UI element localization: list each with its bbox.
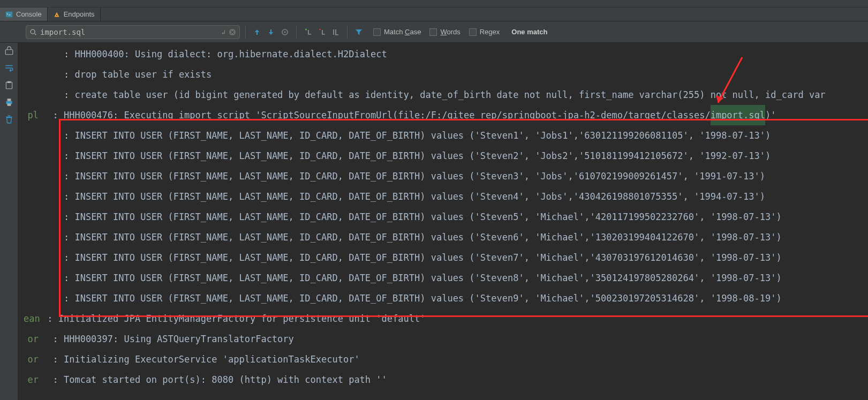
log-line: : HHH000400: Using dialect: org.hibernat… [24, 44, 868, 64]
separator [347, 26, 348, 39]
add-selection-button[interactable] [302, 26, 314, 38]
log-line: : INSERT INTO USER (FIRST_NAME, LAST_NAM… [24, 227, 868, 247]
separator [245, 26, 246, 39]
svg-rect-0 [6, 11, 12, 17]
tab-endpoints-label: Endpoints [64, 10, 95, 18]
log-line: : INSERT INTO USER (FIRST_NAME, LAST_NAM… [24, 247, 868, 268]
window-titlebar [0, 0, 868, 7]
log-line: : INSERT INTO USER (FIRST_NAME, LAST_NAM… [24, 146, 868, 166]
search-input[interactable] [40, 28, 218, 36]
log-line: : INSERT INTO USER (FIRST_NAME, LAST_NAM… [24, 186, 868, 207]
select-all-occurrences-button[interactable] [330, 26, 342, 38]
log-line: : INSERT INTO USER (FIRST_NAME, LAST_NAM… [24, 125, 868, 146]
log-line: ean : Initialized JPA EntityManagerFacto… [24, 308, 868, 329]
soft-wrap-icon[interactable] [4, 63, 14, 73]
endpoints-icon [53, 11, 61, 18]
svg-rect-11 [7, 81, 11, 83]
console-output[interactable]: : HHH000400: Using dialect: org.hibernat… [18, 43, 868, 400]
tab-endpoints[interactable]: Endpoints [48, 7, 101, 21]
log-line: : drop table user if exists [24, 64, 868, 85]
tab-console[interactable]: Console [0, 7, 48, 21]
checkbox-icon [373, 28, 381, 36]
log-line: : create table user (id bigint generated… [24, 85, 868, 105]
prev-match-button[interactable] [251, 26, 263, 38]
regex-label: Regex [480, 28, 500, 36]
tool-window-tabs: Console Endpoints [0, 7, 868, 21]
arrow-up-icon [253, 28, 261, 36]
checkbox-icon [469, 28, 477, 36]
plus-caret-icon [304, 28, 312, 36]
next-match-button[interactable] [265, 26, 277, 38]
svg-line-3 [35, 33, 36, 35]
minus-caret-icon [318, 28, 326, 36]
scroll-lock-icon[interactable] [4, 46, 14, 56]
filter-button[interactable] [353, 26, 365, 38]
separator [296, 26, 297, 39]
tab-console-label: Console [16, 10, 42, 18]
search-highlight: import.sql [711, 105, 765, 125]
match-case-checkbox[interactable]: Match Case [373, 28, 421, 36]
log-line: or : Initializing ExecutorService 'appli… [24, 349, 868, 369]
svg-point-1 [56, 14, 57, 16]
trash-icon[interactable] [4, 115, 14, 124]
svg-rect-9 [5, 50, 13, 55]
search-field-wrap[interactable]: ↲ [26, 25, 240, 39]
checkbox-icon [429, 28, 437, 36]
left-action-gutter [0, 43, 18, 400]
svg-point-8 [284, 31, 286, 33]
find-toolbar: ↲ Match Case Words Regex One match [0, 21, 868, 43]
log-line: : INSERT INTO USER (FIRST_NAME, LAST_NAM… [24, 166, 868, 186]
svg-rect-5 [256, 32, 258, 35]
remove-selection-button[interactable] [316, 26, 328, 38]
svg-rect-6 [270, 29, 271, 33]
svg-point-2 [31, 29, 35, 34]
terminal-icon [5, 11, 13, 18]
arrow-down-icon [267, 28, 275, 36]
log-line: or : HHH000397: Using ASTQueryTranslator… [24, 329, 868, 349]
match-count-label: One match [511, 28, 547, 36]
log-line: er : Tomcat started on port(s): 8080 (ht… [24, 369, 868, 390]
words-checkbox[interactable]: Words [429, 28, 460, 36]
clear-search-icon[interactable] [229, 28, 236, 36]
svg-rect-14 [7, 103, 11, 106]
select-all-button[interactable] [279, 26, 291, 38]
clipboard-icon[interactable] [4, 80, 14, 90]
log-line: : INSERT INTO USER (FIRST_NAME, LAST_NAM… [24, 207, 868, 227]
log-line: : INSERT INTO USER (FIRST_NAME, LAST_NAM… [24, 288, 868, 308]
log-line: : INSERT INTO USER (FIRST_NAME, LAST_NAM… [24, 268, 868, 288]
funnel-icon [354, 28, 363, 36]
svg-rect-13 [7, 99, 11, 101]
log-line: pl : HHH000476: Executing import script … [24, 105, 868, 125]
target-icon [281, 28, 289, 36]
newline-icon: ↲ [222, 28, 225, 36]
svg-rect-10 [6, 82, 12, 88]
regex-checkbox[interactable]: Regex [469, 28, 500, 36]
print-icon[interactable] [4, 97, 14, 107]
double-caret-icon [331, 28, 340, 36]
search-icon [29, 28, 37, 36]
